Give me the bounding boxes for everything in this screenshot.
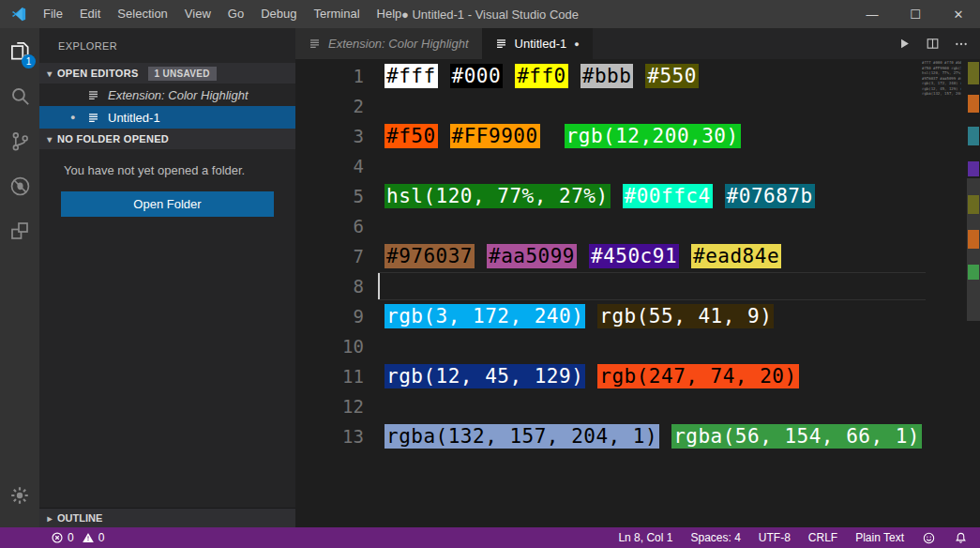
menu-file[interactable]: File xyxy=(35,0,71,28)
menu-view[interactable]: View xyxy=(176,0,219,28)
no-folder-section-header[interactable]: ▾ NO FOLDER OPENED xyxy=(39,129,295,149)
editor-line-8[interactable]: 8 xyxy=(295,271,914,301)
file-lines-icon xyxy=(87,89,100,101)
activity-item-settings[interactable] xyxy=(0,473,39,518)
editor-line-11[interactable]: 11rgb(12, 45, 129)rgb(247, 74, 20) xyxy=(295,361,914,391)
menu-selection[interactable]: Selection xyxy=(109,0,175,28)
menu-go[interactable]: Go xyxy=(219,0,252,28)
color-highlight-token: rgb(3, 172, 240) xyxy=(384,304,585,328)
editor-line-6[interactable]: 6 xyxy=(295,211,914,241)
language-mode-status[interactable]: Plain Text xyxy=(855,531,904,544)
line-content: #976037#aa5099#450c91#ead84e xyxy=(384,244,781,268)
editor-line-4[interactable]: 4 xyxy=(295,151,914,181)
activity-item-search[interactable] xyxy=(0,73,39,118)
sidebar-title: EXPLORER xyxy=(39,28,295,63)
eol-status[interactable]: CRLF xyxy=(808,531,837,544)
editor-line-2[interactable]: 2 xyxy=(295,91,914,121)
overview-ruler xyxy=(967,59,980,527)
debug-icon xyxy=(8,175,32,198)
editor-line-13[interactable]: 13rgba(132, 157, 204, 1)rgba(56, 154, 66… xyxy=(295,421,914,451)
notifications-button[interactable] xyxy=(954,531,968,545)
minimize-button[interactable]: — xyxy=(851,0,894,28)
run-button[interactable] xyxy=(897,37,912,51)
color-highlight-token: #fff xyxy=(384,64,438,88)
line-content: #f50#FF9900rgb(12,200,30) xyxy=(384,124,741,148)
editor-group: Extension: Color HighlightUntitled-1● 1#… xyxy=(295,28,980,527)
color-highlight-token: rgb(12,200,30) xyxy=(565,124,741,148)
menu-terminal[interactable]: Terminal xyxy=(305,0,368,28)
minimap-line: #fff #000 #ff0 #bbb #550 xyxy=(922,60,961,66)
editor-content[interactable]: 1#fff#000#ff0#bbb#55023#f50#FF9900rgb(12… xyxy=(295,59,980,527)
tab-untitled-1[interactable]: Untitled-1● xyxy=(482,28,593,59)
open-folder-button[interactable]: Open Folder xyxy=(61,191,274,217)
editor-line-12[interactable]: 12 xyxy=(295,391,914,421)
ruler-color-mark xyxy=(968,62,979,84)
line-content: rgb(12, 45, 129)rgb(247, 74, 20) xyxy=(384,364,799,388)
open-editor-item[interactable]: Extension: Color Highlight xyxy=(39,84,295,106)
editor-line-1[interactable]: 1#fff#000#ff0#bbb#550 xyxy=(295,61,914,91)
unsaved-count-badge: 1 UNSAVED xyxy=(148,67,217,81)
open-editors-section-header[interactable]: ▾ OPEN EDITORS 1 UNSAVED xyxy=(39,63,295,84)
current-line-highlight xyxy=(378,272,926,300)
problems-status[interactable]: 0 0 xyxy=(51,531,104,544)
line-number: 2 xyxy=(295,96,364,116)
more-actions-button[interactable] xyxy=(954,37,969,52)
status-bar: 0 0 Ln 8, Col 1Spaces: 4UTF-8CRLFPlain T… xyxy=(0,527,980,548)
tab-extension-color-highlight[interactable]: Extension: Color Highlight xyxy=(295,28,482,59)
line-number: 5 xyxy=(295,186,364,206)
color-highlight-token: hsl(120, 77%, 27%) xyxy=(384,184,611,208)
open-editor-label: Untitled-1 xyxy=(108,111,160,125)
color-highlight-token: #aa5099 xyxy=(487,244,577,268)
line-number: 4 xyxy=(295,156,364,176)
line-content: rgb(3, 172, 240)rgb(55, 41, 9) xyxy=(384,304,774,328)
maximize-button[interactable]: ☐ xyxy=(894,0,937,28)
editor-line-3[interactable]: 3#f50#FF9900rgb(12,200,30) xyxy=(295,121,914,151)
line-number: 1 xyxy=(295,66,364,86)
search-icon xyxy=(8,84,32,108)
menu-debug[interactable]: Debug xyxy=(252,0,305,28)
open-editor-item[interactable]: ●Untitled-1 xyxy=(39,106,295,129)
open-editors-label: OPEN EDITORS xyxy=(57,68,139,79)
window-title: ● Untitled-1 - Visual Studio Code xyxy=(401,8,579,22)
outline-label: OUTLINE xyxy=(57,512,102,524)
close-button[interactable]: ✕ xyxy=(937,0,980,28)
color-highlight-token: #FF9900 xyxy=(450,124,540,148)
split-editor-button[interactable] xyxy=(926,37,940,51)
menu-edit[interactable]: Edit xyxy=(71,0,109,28)
color-highlight-token: #450c91 xyxy=(589,244,679,268)
dirty-dot-icon: ● xyxy=(574,39,579,49)
color-highlight-token: #976037 xyxy=(384,244,475,268)
activity-item-source-control[interactable] xyxy=(0,118,39,163)
line-number: 6 xyxy=(295,216,364,236)
indentation-status[interactable]: Spaces: 4 xyxy=(690,531,740,544)
tab-label: Extension: Color Highlight xyxy=(328,37,469,51)
outline-section-header[interactable]: ▸ OUTLINE xyxy=(39,508,295,527)
editor-line-7[interactable]: 7#976037#aa5099#450c91#ead84e xyxy=(295,241,914,271)
activity-item-extensions[interactable] xyxy=(0,208,39,253)
error-icon xyxy=(51,531,64,544)
activity-item-explorer[interactable]: 1 xyxy=(0,28,39,73)
ruler-color-mark xyxy=(968,95,979,113)
activity-item-debug[interactable] xyxy=(0,163,39,208)
line-number: 3 xyxy=(295,126,364,146)
line-number: 7 xyxy=(295,246,364,266)
ruler-color-mark xyxy=(968,195,979,214)
editor-line-5[interactable]: 5hsl(120, 77%, 27%)#00ffc4#07687b xyxy=(295,181,914,211)
line-content: hsl(120, 77%, 27%)#00ffc4#07687b xyxy=(384,184,815,208)
line-number: 8 xyxy=(295,276,364,297)
warning-count: 0 xyxy=(98,531,105,544)
color-highlight-token: #ead84e xyxy=(691,244,781,268)
feedback-button[interactable] xyxy=(922,531,936,545)
chevron-right-icon: ▸ xyxy=(42,513,57,524)
editor-line-10[interactable]: 10 xyxy=(295,331,914,361)
extensions-icon xyxy=(8,220,31,242)
editor-line-9[interactable]: 9rgb(3, 172, 240)rgb(55, 41, 9) xyxy=(295,301,914,331)
color-highlight-token: rgb(12, 45, 129) xyxy=(384,364,585,388)
cursor-position-status[interactable]: Ln 8, Col 1 xyxy=(618,531,672,544)
encoding-status[interactable]: UTF-8 xyxy=(759,531,791,544)
line-content: #fff#000#ff0#bbb#550 xyxy=(384,64,699,88)
minimap[interactable]: #fff #000 #ff0 #bbb #550#f50 #FF9900 rgb… xyxy=(922,60,961,97)
title-bar: FileEditSelectionViewGoDebugTerminalHelp… xyxy=(0,0,980,28)
line-content: rgba(132, 157, 204, 1)rgba(56, 154, 66, … xyxy=(384,424,922,449)
minimap-line: rgba(132, 157, 204, 1) rgba(56, 154, 66,… xyxy=(922,91,961,97)
